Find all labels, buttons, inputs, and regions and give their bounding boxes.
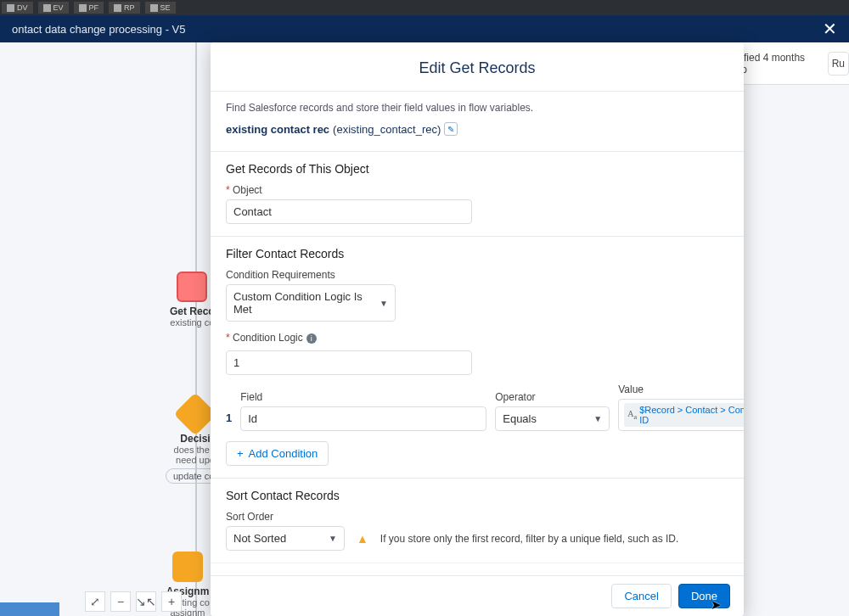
warning-icon: ▲ bbox=[357, 532, 368, 546]
condition-field-input[interactable] bbox=[240, 406, 486, 431]
sort-warning-text: If you store only the first record, filt… bbox=[380, 533, 679, 545]
field-column-label: Field bbox=[240, 391, 486, 403]
zoom-in-button[interactable]: + bbox=[161, 591, 182, 612]
edit-pencil-icon[interactable]: ✎ bbox=[444, 122, 458, 136]
file-icon bbox=[43, 4, 51, 12]
condition-logic-label: Condition Logici bbox=[226, 332, 728, 344]
chevron-down-icon: ▼ bbox=[380, 299, 388, 308]
flow-builder-header: ontact data change processing - V5 ✕ bbox=[0, 15, 849, 42]
close-icon[interactable]: ✕ bbox=[823, 19, 837, 39]
modal-footer: Cancel Done ➤ bbox=[211, 575, 744, 616]
text-type-icon: Aa bbox=[627, 409, 637, 421]
filter-section-heading: Filter Contact Records bbox=[226, 247, 728, 260]
value-column-label: Value bbox=[618, 384, 744, 395]
condition-requirements-select[interactable]: Custom Condition Logic Is Met▼ bbox=[226, 284, 396, 322]
value-resource-pill: Aa $Record > Contact > Contact ID ✕ bbox=[624, 403, 744, 427]
sort-order-select[interactable]: Not Sorted▼ bbox=[226, 526, 345, 551]
record-element-name: existing contact rec (existing_contact_r… bbox=[226, 122, 728, 136]
plus-icon: + bbox=[237, 447, 244, 460]
get-records-icon bbox=[177, 272, 207, 302]
file-icon bbox=[114, 4, 121, 12]
condition-requirements-label: Condition Requirements bbox=[226, 269, 728, 281]
condition-row: 1 Field Operator Equals▼ Value bbox=[226, 384, 728, 431]
operator-column-label: Operator bbox=[495, 391, 610, 403]
sort-order-label: Sort Order bbox=[226, 511, 728, 523]
flow-canvas: odified 4 months ago Ru Get Reco existin… bbox=[0, 42, 849, 616]
condition-value-input[interactable]: Aa $Record > Contact > Contact ID ✕ bbox=[618, 399, 744, 431]
modal-description: Find Salesforce records and store their … bbox=[226, 102, 728, 114]
flow-connector-line bbox=[195, 42, 197, 616]
browser-tab-strip: DV EV PF RP SE bbox=[0, 0, 849, 15]
add-condition-button[interactable]: + Add Condition bbox=[226, 441, 329, 466]
info-icon[interactable]: i bbox=[306, 333, 317, 344]
file-icon bbox=[7, 4, 14, 12]
status-bar-indicator bbox=[0, 602, 59, 616]
assignment-icon bbox=[172, 552, 203, 582]
cancel-button[interactable]: Cancel bbox=[611, 584, 671, 608]
modal-title: Edit Get Records bbox=[211, 42, 744, 92]
zoom-out-button[interactable]: − bbox=[110, 591, 131, 612]
browser-tab[interactable]: SE bbox=[145, 2, 176, 14]
browser-tab[interactable]: DV bbox=[2, 2, 33, 14]
header-right-panel: odified 4 months ago Ru bbox=[730, 42, 849, 85]
condition-index: 1 bbox=[226, 412, 232, 431]
file-icon bbox=[150, 4, 158, 12]
file-icon bbox=[79, 4, 87, 12]
flow-node-get-records[interactable]: Get Reco existing co bbox=[170, 272, 215, 328]
browser-tab[interactable]: RP bbox=[109, 2, 140, 14]
cursor-icon: ➤ bbox=[711, 597, 722, 613]
collapse-button[interactable]: ↘↖ bbox=[136, 591, 156, 612]
browser-tab[interactable]: PF bbox=[74, 2, 104, 14]
condition-operator-select[interactable]: Equals▼ bbox=[495, 406, 610, 431]
browser-tab[interactable]: EV bbox=[38, 2, 69, 14]
fit-to-screen-button[interactable]: ⤢ bbox=[85, 591, 105, 612]
object-label: Object bbox=[226, 184, 728, 196]
scroll-fade bbox=[211, 557, 744, 575]
done-button[interactable]: Done bbox=[678, 584, 730, 608]
edit-get-records-modal: Edit Get Records Find Salesforce records… bbox=[211, 42, 744, 616]
sort-section-heading: Sort Contact Records bbox=[226, 489, 728, 502]
chevron-down-icon: ▼ bbox=[593, 414, 602, 423]
chevron-down-icon: ▼ bbox=[329, 534, 337, 543]
page-title: ontact data change processing - V5 bbox=[12, 23, 186, 36]
object-section-heading: Get Records of This Object bbox=[226, 162, 728, 176]
condition-logic-input[interactable] bbox=[226, 350, 472, 375]
object-input[interactable] bbox=[226, 199, 472, 224]
canvas-zoom-toolbar: ⤢ − ↘↖ + bbox=[85, 591, 182, 612]
modal-body: Find Salesforce records and store their … bbox=[211, 92, 744, 575]
run-button[interactable]: Ru bbox=[828, 52, 849, 76]
